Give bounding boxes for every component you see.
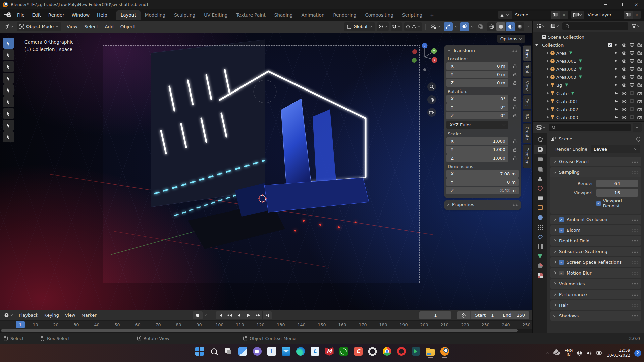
sidebar-tab[interactable]: RA	[523, 110, 531, 122]
transform-orientation-dropdown[interactable]: Global	[344, 22, 375, 31]
menu-item[interactable]: File	[13, 11, 29, 19]
notification-badge[interactable]: 2	[634, 350, 641, 357]
play-button[interactable]	[244, 311, 253, 319]
outliner-object-row[interactable]: Crate.002	[533, 105, 644, 113]
properties-tab-physics[interactable]	[534, 232, 546, 241]
expand-arrow-icon[interactable]	[547, 52, 549, 54]
minimize-button[interactable]	[598, 0, 613, 9]
show-object-types-dropdown[interactable]	[429, 22, 442, 31]
pivot-point-dropdown[interactable]	[377, 22, 389, 31]
properties-panel-header[interactable]: ✓ Subsurface Scattering	[550, 247, 641, 256]
properties-panel-header[interactable]: ✓ Screen Space Reflections	[550, 257, 641, 267]
solid-shading-button[interactable]	[496, 22, 505, 31]
lock-open-icon[interactable]	[511, 156, 519, 160]
material-preview-shading-button[interactable]	[506, 22, 515, 31]
hide-eye-icon[interactable]	[622, 108, 627, 111]
disable-viewport-icon[interactable]	[630, 75, 634, 79]
end-frame-field[interactable]: End250	[498, 311, 529, 319]
properties-panel-header[interactable]: ✓ Motion Blur	[550, 268, 641, 278]
outliner-row-collection[interactable]: Collection ✓	[533, 41, 644, 49]
disable-render-icon[interactable]	[637, 92, 642, 95]
language-indicator[interactable]: ENGIN	[564, 349, 573, 357]
rotation-field[interactable]: Y0°	[446, 103, 508, 111]
outliner-object-row[interactable]: Crate	[533, 89, 644, 97]
outliner-object-row[interactable]: Area.003	[533, 73, 644, 81]
disable-render-icon[interactable]	[637, 83, 642, 87]
timeline-editor-type-button[interactable]	[3, 311, 14, 319]
outliner-editor-type-button[interactable]	[535, 22, 547, 31]
outliner-object-row[interactable]: Bg	[533, 81, 644, 89]
selectable-icon[interactable]	[614, 99, 619, 104]
selectable-icon[interactable]	[614, 75, 619, 79]
sidebar-tab[interactable]: Edit	[523, 95, 531, 109]
scale-tool[interactable]	[3, 84, 14, 96]
sidebar-tab[interactable]: Create	[523, 123, 531, 143]
disable-render-icon[interactable]	[637, 59, 642, 63]
sidebar-tab[interactable]: Item	[523, 45, 531, 61]
workspace-tab[interactable]: Rendering	[329, 10, 361, 20]
current-frame-field[interactable]: 1	[419, 311, 451, 319]
lock-open-icon[interactable]	[511, 105, 519, 109]
unlink-scene-button[interactable]: ×	[560, 11, 568, 19]
editor-type-button[interactable]	[3, 22, 15, 31]
menu-item[interactable]: Help	[93, 11, 111, 19]
selectable-icon[interactable]	[614, 67, 619, 71]
chevron-down-icon[interactable]	[204, 314, 207, 317]
location-field[interactable]: Z0 m	[446, 79, 508, 87]
hide-eye-icon[interactable]	[622, 51, 627, 55]
selectable-icon[interactable]	[614, 91, 619, 96]
blender-logo-icon[interactable]	[4, 12, 11, 17]
disable-render-icon[interactable]	[637, 67, 642, 71]
jump-to-start-button[interactable]	[216, 311, 225, 319]
chevron-down-icon[interactable]	[471, 25, 474, 28]
zoom-view-button[interactable]	[427, 82, 436, 91]
properties-tab-world[interactable]	[534, 184, 546, 193]
move-tool[interactable]	[3, 61, 14, 72]
expand-arrow-icon[interactable]	[547, 84, 549, 86]
selectable-icon[interactable]	[614, 51, 619, 55]
next-keyframe-button[interactable]	[253, 311, 262, 319]
panel-checkbox[interactable]: ✓	[559, 228, 564, 233]
hide-eye-icon[interactable]	[622, 83, 627, 87]
properties-search-input[interactable]	[549, 124, 631, 131]
properties-collapsed-panel[interactable]: Properties	[444, 200, 521, 210]
render-engine-dropdown[interactable]: Eevee	[591, 145, 640, 153]
properties-tab-view-layer[interactable]	[534, 164, 546, 173]
disable-render-icon[interactable]	[637, 51, 642, 55]
timeline-menu-item[interactable]: Marker	[78, 313, 100, 318]
properties-tab-particles[interactable]	[534, 223, 546, 232]
onedrive-icon[interactable]	[553, 351, 560, 355]
expand-arrow-icon[interactable]	[547, 60, 549, 62]
properties-options-button[interactable]	[633, 123, 642, 132]
menu-item[interactable]: Render	[45, 11, 68, 19]
auto-keying-button[interactable]	[193, 311, 203, 319]
transform-panel-title[interactable]: Transform	[453, 48, 475, 53]
properties-tab-render[interactable]	[534, 145, 546, 154]
start-frame-field[interactable]: Start1	[470, 311, 498, 319]
rotation-field[interactable]: X0°	[446, 95, 508, 103]
xray-toggle-button[interactable]	[476, 22, 485, 31]
selectable-icon[interactable]	[614, 115, 619, 120]
annotate-tool[interactable]	[3, 108, 14, 119]
rotate-tool[interactable]	[3, 73, 14, 84]
panel-checkbox[interactable]: ✓	[559, 217, 564, 222]
previous-keyframe-button[interactable]	[225, 311, 234, 319]
scene-selector[interactable]: Scene ×	[498, 11, 568, 19]
remove-view-layer-button[interactable]: ×	[633, 11, 641, 19]
rotation-mode-dropdown[interactable]: XYZ Euler	[446, 121, 508, 129]
network-globe-icon[interactable]	[577, 350, 582, 356]
lock-open-icon[interactable]	[511, 97, 519, 101]
workspace-tab[interactable]: Texture Paint	[232, 10, 270, 20]
properties-tab-collection[interactable]	[534, 193, 546, 202]
proportional-editing-button[interactable]	[404, 22, 422, 31]
disable-render-icon[interactable]	[637, 108, 642, 111]
timeline-menu-item[interactable]: Keying	[41, 313, 62, 318]
hide-eye-icon[interactable]	[622, 116, 627, 119]
workspace-tab[interactable]: Layout	[116, 10, 141, 20]
properties-tab-object-data[interactable]	[534, 252, 546, 261]
render-samples-field[interactable]: 64	[596, 180, 638, 187]
panel-sampling[interactable]: Sampling	[550, 167, 641, 177]
disable-viewport-icon[interactable]	[630, 59, 634, 63]
lock-open-icon[interactable]	[511, 113, 519, 118]
mode-dropdown[interactable]: Object Mode	[17, 22, 61, 31]
